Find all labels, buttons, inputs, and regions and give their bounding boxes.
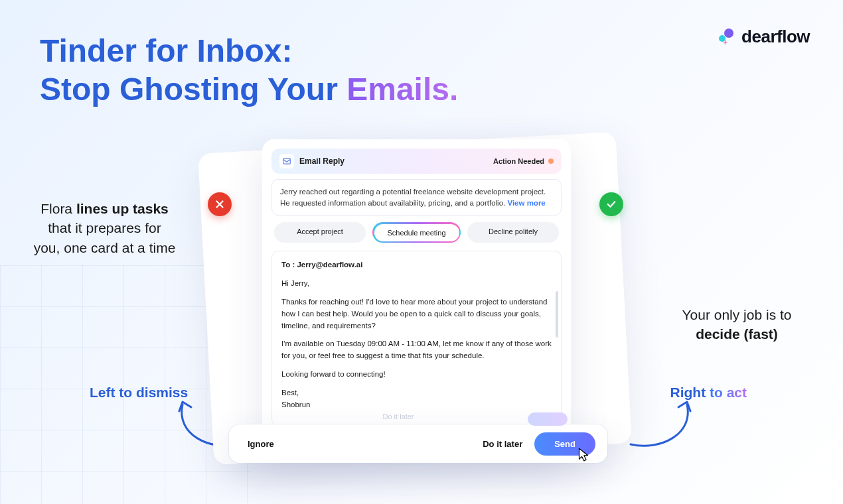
action-bar: Do it later Ignore Do it later Send [229, 424, 607, 463]
email-sign2: Shobrun [281, 399, 552, 411]
email-card: Email Reply Action Needed Jerry reached … [262, 139, 571, 459]
suggestion-accept[interactable]: Accept project [274, 222, 366, 243]
headline-line1: Tinder for Inbox: [40, 32, 458, 70]
headline-line2: Stop Ghosting Your Emails. [40, 70, 458, 109]
accept-chip[interactable] [599, 192, 623, 216]
check-icon [605, 198, 617, 210]
brand-logo-mark: + [718, 29, 737, 46]
left-caption: Flora lines up tasks that it prepares fo… [33, 199, 176, 257]
act-hint: Right to act [670, 385, 747, 401]
brand-logo: + dearflow [718, 27, 810, 47]
email-sign1: Best, [281, 387, 552, 399]
do-it-later-button[interactable]: Do it later [483, 439, 522, 449]
suggestion-schedule[interactable]: Schedule meeting [372, 222, 461, 243]
email-greeting: Hi Jerry, [281, 278, 552, 290]
close-icon [214, 198, 226, 210]
brand-logo-text: dearflow [741, 27, 810, 47]
email-to-line: To : Jerry@dearflow.ai [281, 259, 552, 271]
dismiss-chip[interactable] [208, 192, 232, 216]
dismiss-hint: Left to dismiss [90, 385, 188, 401]
email-reply-icon [279, 154, 294, 168]
email-p2: I'm available on Tuesday 09:00 AM - 11:0… [281, 338, 552, 362]
view-more-link[interactable]: View more [507, 199, 545, 207]
suggestion-row: Accept project Schedule meeting Decline … [274, 222, 559, 243]
scrollbar[interactable] [556, 291, 558, 338]
suggestion-decline[interactable]: Decline politely [467, 222, 559, 243]
status-dot-icon [548, 158, 554, 164]
right-caption: Your only job is to decide (fast) [660, 305, 813, 344]
send-button[interactable]: Send [534, 432, 595, 456]
email-p1: Thanks for reaching out! I'd love to hea… [281, 296, 552, 332]
cursor-icon [575, 446, 592, 464]
email-body[interactable]: To : Jerry@dearflow.ai Hi Jerry, Thanks … [271, 251, 562, 426]
headline: Tinder for Inbox: Stop Ghosting Your Ema… [40, 32, 458, 108]
card-header: Email Reply Action Needed [271, 149, 562, 174]
email-summary: Jerry reached out regarding a potential … [271, 179, 562, 216]
email-p3: Looking forward to connecting! [281, 369, 552, 381]
card-title: Email Reply [299, 157, 345, 166]
card-status: Action Needed [493, 157, 554, 165]
ignore-button[interactable]: Ignore [248, 439, 274, 449]
svg-rect-0 [283, 158, 291, 164]
